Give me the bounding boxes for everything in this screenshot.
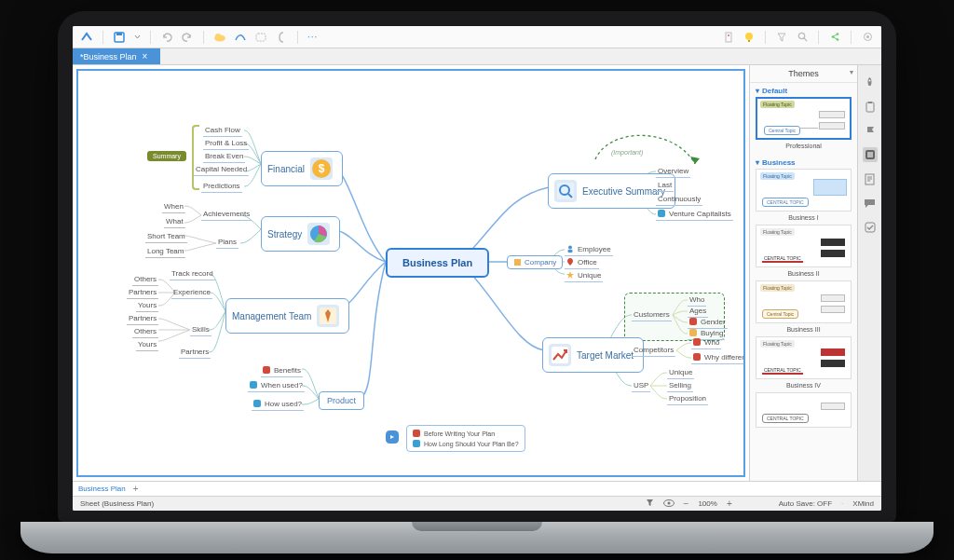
leaf-usp-prop[interactable]: Proposition bbox=[667, 393, 708, 405]
topic-target-market[interactable]: Target Market bbox=[542, 337, 644, 373]
leaf-yours1[interactable]: Yours bbox=[136, 300, 158, 312]
sub-experience[interactable]: Experience bbox=[171, 287, 212, 299]
sub-breakeven[interactable]: Break Even bbox=[203, 151, 245, 163]
leaf-usp-selling[interactable]: Selling bbox=[667, 380, 693, 392]
close-icon[interactable]: × bbox=[143, 52, 148, 61]
leaf-partners3[interactable]: Partners bbox=[127, 313, 158, 325]
sub-achievements[interactable]: Achievements bbox=[201, 209, 252, 221]
zoom-in-icon[interactable]: + bbox=[727, 499, 732, 509]
leaf-cust-ages[interactable]: Ages bbox=[688, 306, 708, 318]
sub-unique[interactable]: Unique bbox=[565, 270, 603, 282]
leaf-shortteam[interactable]: Short Team bbox=[145, 231, 187, 243]
settings-icon[interactable] bbox=[861, 31, 874, 44]
sheet-tab-business-plan[interactable]: Business Plan bbox=[78, 485, 126, 493]
theme-business-1[interactable]: Floating Topic CENTRAL TOPIC bbox=[756, 169, 852, 212]
sub-overview[interactable]: Overview bbox=[656, 166, 690, 178]
share-icon[interactable] bbox=[828, 31, 841, 44]
marker-red-icon bbox=[693, 353, 702, 362]
sub-capital[interactable]: Capital Needed bbox=[194, 164, 249, 176]
idea-icon[interactable] bbox=[743, 31, 756, 44]
search-icon[interactable] bbox=[796, 31, 809, 44]
sub-venture[interactable]: Venture Capitalists bbox=[656, 209, 733, 221]
sub-skills[interactable]: Skills bbox=[190, 324, 211, 336]
relationship-icon[interactable] bbox=[234, 31, 247, 44]
leaf-comp-who[interactable]: Who bbox=[691, 337, 721, 349]
svg-point-29 bbox=[568, 246, 572, 250]
leaf-partners1[interactable]: Partners bbox=[127, 287, 158, 299]
sub-plans[interactable]: Plans bbox=[216, 237, 238, 249]
sub-customers[interactable]: Customers bbox=[632, 309, 672, 321]
leaf-others1[interactable]: Others bbox=[132, 274, 158, 286]
theme-professional[interactable]: Floating Topic Central Topic bbox=[756, 97, 852, 140]
sub-continuously[interactable]: Continuously bbox=[656, 194, 702, 206]
legend[interactable]: Before Writing Your Plan How Long Should… bbox=[406, 425, 525, 452]
sub-trackrecord[interactable]: Track record bbox=[170, 268, 215, 280]
filter-icon[interactable] bbox=[775, 31, 788, 44]
topic-management[interactable]: Management Team bbox=[225, 298, 349, 334]
theme-business-2[interactable]: Floating Topic CENTRAL TOPIC bbox=[756, 225, 852, 267]
sub-office[interactable]: Office bbox=[565, 257, 599, 269]
flag-icon[interactable] bbox=[863, 123, 878, 138]
marker-icon[interactable] bbox=[722, 31, 735, 44]
leaf-longteam[interactable]: Long Team bbox=[145, 246, 185, 258]
zoom-out-icon[interactable]: − bbox=[684, 499, 689, 509]
sub-cashflow[interactable]: Cash Flow bbox=[203, 125, 242, 137]
toolbar-more[interactable]: ··· bbox=[307, 32, 318, 42]
comment-icon[interactable] bbox=[863, 196, 878, 211]
cloud-icon[interactable] bbox=[213, 31, 226, 44]
leaf-yours2[interactable]: Yours bbox=[136, 339, 158, 351]
filter2-icon[interactable] bbox=[646, 499, 654, 509]
sub-profitloss[interactable]: Profit & Loss bbox=[203, 138, 249, 150]
marker-blue-icon bbox=[658, 210, 666, 218]
sub-benefits[interactable]: Benefits bbox=[261, 365, 303, 377]
leaf-cust-who[interactable]: Who bbox=[688, 294, 706, 307]
leaf-usp-unique[interactable]: Unique bbox=[667, 367, 694, 379]
leaf-comp-why[interactable]: Why different bbox=[691, 352, 745, 364]
themes-section-default[interactable]: Default bbox=[756, 87, 852, 95]
add-sheet-button[interactable]: + bbox=[133, 484, 139, 494]
topic-product[interactable]: Product bbox=[319, 391, 364, 410]
themes-section-business[interactable]: Business bbox=[756, 158, 852, 167]
sub-predictions[interactable]: Predictions bbox=[201, 181, 242, 193]
sub-last[interactable]: Last bbox=[656, 180, 674, 192]
autosave-status: Auto Save: OFF bbox=[779, 499, 832, 508]
leaf-when[interactable]: When bbox=[162, 201, 185, 213]
panel-menu-icon[interactable]: ▾ bbox=[850, 68, 853, 76]
leaf-others2[interactable]: Others bbox=[132, 326, 158, 338]
topic-strategy-label: Strategy bbox=[267, 229, 302, 239]
theme-business-4[interactable]: Floating Topic CENTRAL TOPIC bbox=[756, 336, 852, 379]
sub-usp[interactable]: USP bbox=[632, 380, 650, 392]
note-icon[interactable] bbox=[863, 171, 878, 186]
rocket-icon[interactable] bbox=[863, 75, 878, 89]
task-icon[interactable] bbox=[863, 220, 878, 235]
mindmap-canvas[interactable]: Business Plan Summary Financial $ Ca bbox=[76, 69, 745, 477]
app-logo-icon[interactable] bbox=[80, 31, 93, 44]
boundary-icon[interactable] bbox=[254, 31, 267, 44]
leaf-what[interactable]: What bbox=[164, 216, 185, 228]
svg-rect-30 bbox=[568, 250, 573, 253]
sub-whenused[interactable]: When used? bbox=[248, 380, 305, 392]
sub-partners2[interactable]: Partners bbox=[179, 347, 211, 359]
eye-icon[interactable] bbox=[663, 499, 675, 509]
topic-company[interactable]: Company bbox=[507, 255, 563, 269]
topic-financial[interactable]: Financial $ bbox=[261, 151, 343, 186]
theme-business-3[interactable]: Floating Topic Central Topic bbox=[756, 280, 852, 323]
central-topic[interactable]: Business Plan bbox=[386, 248, 489, 278]
themes-panel-title: Themes ▾ bbox=[750, 65, 857, 83]
redo-icon[interactable] bbox=[181, 31, 194, 44]
summary-icon[interactable] bbox=[275, 31, 288, 44]
document-tab-business-plan[interactable]: *Business Plan × bbox=[73, 48, 160, 64]
piechart-icon bbox=[307, 223, 330, 245]
sub-competitors[interactable]: Competitors bbox=[632, 345, 675, 357]
dropdown-chevron-icon[interactable] bbox=[133, 31, 141, 44]
sub-howused[interactable]: How used? bbox=[252, 399, 304, 411]
legend-collapse-button[interactable] bbox=[386, 430, 399, 444]
topic-strategy[interactable]: Strategy bbox=[261, 216, 340, 252]
undo-icon[interactable] bbox=[160, 31, 173, 44]
theme-icon[interactable] bbox=[863, 147, 878, 162]
leaf-cust-gender[interactable]: Gender bbox=[688, 317, 728, 329]
sub-employee[interactable]: Employee bbox=[565, 244, 613, 256]
theme-business-5[interactable]: CENTRAL TOPIC bbox=[756, 392, 852, 428]
clipboard-icon[interactable] bbox=[863, 99, 878, 114]
save-icon[interactable] bbox=[113, 31, 126, 44]
